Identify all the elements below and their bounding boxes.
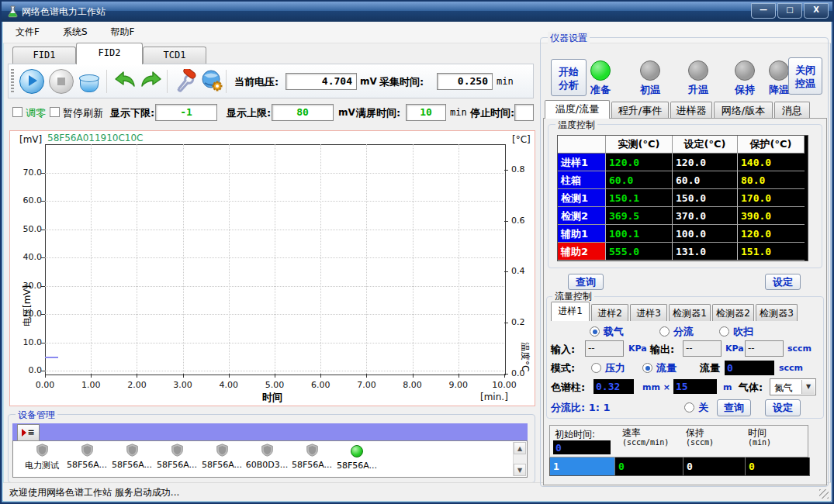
- ylab2: 0.2: [511, 317, 536, 327]
- signal-tab-TCD1[interactable]: TCD1: [143, 47, 206, 64]
- chevron-down-icon[interactable]: ▼: [801, 380, 815, 394]
- tickmark: [137, 374, 137, 378]
- mode-label-流量: 流量: [656, 361, 677, 375]
- flow-setpoint-field[interactable]: 0: [725, 361, 774, 375]
- input-pressure-field[interactable]: --: [585, 340, 624, 357]
- initial-time-field[interactable]: 0: [553, 440, 611, 454]
- undo-arrow-button[interactable]: [112, 69, 137, 94]
- column-length-field[interactable]: 15: [673, 379, 717, 394]
- device-icon: [171, 448, 184, 459]
- start-button[interactable]: [19, 69, 44, 94]
- tab-消息[interactable]: 消息: [774, 102, 810, 119]
- start-analysis-line2: 分析: [559, 79, 579, 91]
- temp-actual: 150.1: [606, 189, 673, 207]
- device-item[interactable]: 电力测试: [19, 444, 64, 477]
- tickmark: [91, 374, 92, 378]
- carrier-radio-分流[interactable]: [659, 326, 670, 337]
- fullscreen-time-input[interactable]: 10: [406, 104, 446, 121]
- mode-radio-流量[interactable]: [642, 363, 652, 373]
- scroll-down-icon[interactable]: ▼: [514, 464, 526, 476]
- aux-flow-field[interactable]: --: [745, 340, 784, 357]
- lower-limit-input[interactable]: -1: [155, 104, 217, 121]
- device-label: 电力测试: [19, 460, 64, 471]
- flow-query-button[interactable]: 查询: [717, 399, 751, 416]
- network-settings-button[interactable]: [199, 69, 224, 94]
- column-dim-unit: mm ×: [642, 382, 670, 392]
- redo-arrow-button[interactable]: [139, 69, 164, 94]
- tickmark: [229, 374, 230, 378]
- stop-time-input[interactable]: [514, 104, 534, 121]
- minimize-button[interactable]: —: [751, 3, 776, 19]
- device-item[interactable]: 58F56A...: [64, 444, 109, 477]
- flow-tab-检测器3[interactable]: 检测器3: [756, 304, 798, 321]
- maximize-button[interactable]: □: [777, 3, 802, 19]
- temp-row-name: 检测2: [558, 207, 606, 225]
- tickmark: [183, 374, 184, 378]
- menu-item[interactable]: 帮助F: [111, 26, 135, 39]
- ramp-hold-cell[interactable]: 0: [683, 457, 746, 475]
- device-icon: [306, 448, 319, 459]
- device-list-scrollbar[interactable]: ▲ ▼: [513, 442, 526, 476]
- tools-button[interactable]: [173, 69, 198, 94]
- ramp-time-cell[interactable]: 0: [746, 457, 808, 475]
- tab-程升/事件[interactable]: 程升/事件: [611, 102, 669, 119]
- temp-set: 370.0: [673, 207, 738, 225]
- pause-refresh-checkbox[interactable]: [50, 107, 60, 117]
- window-title: 网络色谱电力工作站: [22, 5, 106, 19]
- device-online-icon: [351, 445, 363, 457]
- list-icon: ≡: [27, 429, 34, 437]
- upper-limit-unit: mV: [338, 107, 355, 118]
- flow-tab-进样1[interactable]: 进样1: [551, 302, 590, 321]
- tickmark: [504, 271, 508, 272]
- xlab: 7.00: [349, 380, 383, 390]
- stop-button[interactable]: [49, 69, 74, 94]
- menu-item[interactable]: 系统S: [63, 26, 88, 39]
- device-label: 58F56A...: [199, 460, 244, 470]
- close-button[interactable]: X: [804, 3, 829, 19]
- flow-tab-检测器2[interactable]: 检测器2: [712, 304, 754, 321]
- split-off-label: 关: [698, 401, 708, 415]
- upper-limit-input[interactable]: 80: [272, 104, 334, 121]
- clear-icon: [80, 78, 99, 92]
- mode-radio-压力[interactable]: [591, 363, 601, 373]
- carrier-radio-吹扫[interactable]: [719, 326, 729, 337]
- split-off-radio[interactable]: [684, 402, 694, 413]
- tickmark: [413, 374, 414, 378]
- tab-温度/流量[interactable]: 温度/流量: [545, 100, 610, 119]
- flow-tab-检测器1[interactable]: 检测器1: [669, 304, 711, 321]
- initial-time-label: 初始时间:: [555, 428, 595, 441]
- output-pressure-field[interactable]: --: [683, 340, 722, 357]
- ramp-rate-cell[interactable]: 0: [615, 457, 683, 475]
- indicator-降温: [769, 60, 789, 81]
- signal-tab-FID1[interactable]: FID1: [12, 47, 76, 64]
- scroll-up-icon[interactable]: ▲: [514, 442, 526, 454]
- tab-网络/版本[interactable]: 网络/版本: [714, 102, 773, 119]
- signal-tab-FID2[interactable]: FID2: [76, 43, 143, 64]
- menu-item[interactable]: 文件F: [16, 26, 40, 39]
- device-connect-button[interactable]: ≡: [17, 424, 40, 441]
- flow-tab-进样2[interactable]: 进样2: [591, 304, 628, 321]
- device-item[interactable]: 58F56A...: [109, 444, 154, 477]
- tickmark: [504, 221, 508, 222]
- ramp-step-index[interactable]: 1: [550, 457, 615, 475]
- grid-h: [45, 286, 504, 287]
- device-item[interactable]: 58F56A...: [154, 444, 199, 477]
- device-item[interactable]: 58F56A...: [199, 444, 244, 477]
- flow-set-button[interactable]: 设定: [765, 399, 801, 416]
- temp-set-button[interactable]: 设定: [765, 274, 801, 290]
- grid-v: [137, 144, 137, 374]
- device-item[interactable]: 58F56A...: [334, 444, 379, 477]
- resize-grip[interactable]: [819, 489, 829, 499]
- carrier-radio-载气[interactable]: [590, 326, 600, 337]
- clear-button[interactable]: [77, 69, 102, 94]
- gas-select[interactable]: 氮气 ▼: [770, 378, 816, 395]
- tab-进样器[interactable]: 进样器: [670, 102, 712, 119]
- zero-checkbox[interactable]: [12, 107, 22, 117]
- device-item[interactable]: 60B0D3...: [244, 444, 289, 477]
- temp-query-button[interactable]: 查询: [568, 274, 604, 290]
- column-diameter-field[interactable]: 0.32: [593, 379, 634, 394]
- split-ratio-label: 分流比: 1: 1: [551, 401, 611, 415]
- close-temp-control-button[interactable]: 关闭 控温: [788, 57, 822, 95]
- device-item[interactable]: 58F56A...: [289, 444, 334, 477]
- flow-tab-进样3[interactable]: 进样3: [630, 304, 667, 321]
